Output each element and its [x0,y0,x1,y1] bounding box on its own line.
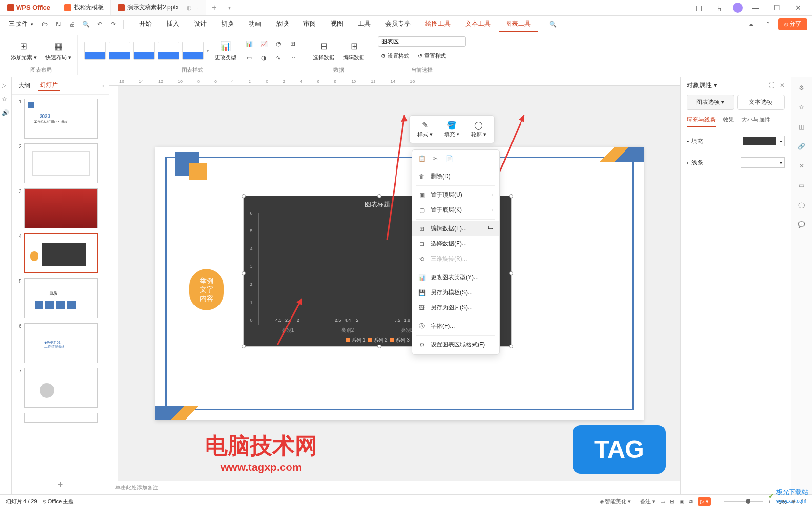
maximize-button[interactable]: ☐ [768,1,786,15]
notes-bar[interactable]: 单击此处添加备注 [109,481,680,494]
tab-slides[interactable]: 幻灯片 [38,80,60,91]
view-presenter-icon[interactable]: ⧉ [689,498,693,505]
file-menu[interactable]: 三 文件▾ [5,18,37,30]
undo-icon[interactable]: ↶ [94,19,105,30]
quick-layout-button[interactable]: ▦ 快速布局 ▾ [42,39,74,63]
redo-icon[interactable]: ↷ [107,19,119,30]
preset-8[interactable]: ⋯ [286,51,300,64]
view-reading-icon[interactable]: ▣ [679,498,684,505]
ctx-delete[interactable]: 🗑删除(D) [412,169,499,184]
reset-style-button[interactable]: ↺ 重置样式 [415,51,449,61]
slide-thumb-7[interactable] [24,368,98,408]
slide-thumb-3[interactable] [24,188,98,228]
fit-icon[interactable]: ⊕ [791,498,796,505]
preset-5[interactable]: ▭ [242,51,256,64]
sound-icon[interactable]: 🔊 [2,109,10,117]
canvas-scroll[interactable]: 举例文字内容 图表标题 6543210 [118,86,680,481]
slide-thumb-8[interactable] [24,413,98,423]
cloud-icon[interactable]: ☁ [745,19,757,30]
tab-add-button[interactable]: + [206,3,222,12]
set-format-button[interactable]: ⚙ 设置格式 [378,51,412,61]
preset-7[interactable]: ∿ [271,51,285,64]
copy-icon[interactable]: 📋 [418,155,426,163]
zoom-slider[interactable] [724,501,763,502]
view-normal-icon[interactable]: ▭ [660,498,665,505]
preset-2[interactable]: 📈 [257,38,271,50]
subtab-size[interactable]: 大小与属性 [741,116,770,127]
ctx-bring-front[interactable]: ▣置于顶层(U)▫ [412,187,499,203]
chart-style-4[interactable] [158,42,179,60]
subtab-effect[interactable]: 效果 [723,116,734,127]
tab-document[interactable]: 演示文稿素材2.pptx ◐ · [111,0,206,15]
ctx-save-image[interactable]: 🖼另存为图片(S)... [412,300,499,315]
tool-link-icon[interactable]: 🔗 [796,141,808,152]
prop-tab-chart[interactable]: 图表选项 ▾ [687,95,734,110]
slideshow-button[interactable]: ▷ ▾ [698,497,711,506]
chart-style-5[interactable] [182,42,204,60]
ctx-change-chart[interactable]: 📊更改图表类型(Y)... [412,270,499,285]
mini-fill-button[interactable]: 🪣填充 ▾ [439,119,464,140]
collapse-ribbon-icon[interactable]: ⌃ [762,19,773,30]
cube-icon[interactable]: ◱ [711,1,729,15]
tab-tools[interactable]: 工具 [351,17,377,32]
chart-style-2[interactable] [109,42,130,60]
cut-icon[interactable]: ✂ [432,155,439,163]
change-type-button[interactable]: 📊 更改类型 [212,39,239,63]
tab-chart-tools[interactable]: 图表工具 [499,17,538,32]
paste-icon[interactable]: 📄 [445,155,453,163]
tab-template[interactable]: 找稻壳模板 [58,0,111,15]
slide-thumb-4[interactable] [24,233,98,273]
tool-book-icon[interactable]: ▭ [796,180,808,191]
avatar[interactable] [733,3,743,13]
print-icon[interactable]: 🖨 [66,19,78,30]
preset-6[interactable]: ◑ [257,51,271,64]
ctx-chart-format[interactable]: ⚙设置图表区域格式(F) [412,337,499,352]
edit-data-button[interactable]: ⊞ 编辑数据 [340,39,368,63]
pin-icon[interactable]: ⛶ [769,82,774,89]
share-button[interactable]: ⎋ 分享 [778,18,807,30]
slide-list[interactable]: 12023工作总结汇报PPT模板 2 3 4 5目录 6◆PART 01工作情况… [12,95,109,475]
add-element-button[interactable]: ⊞ 添加元素 ▾ [8,39,40,63]
chart-style-1[interactable] [84,42,106,60]
line-label[interactable]: ▸ 线条 [687,159,703,167]
fill-color-picker[interactable]: ▾ [741,136,785,146]
tab-close-icon[interactable]: · [197,4,199,11]
tab-outline[interactable]: 大纲 [17,81,32,91]
fill-label[interactable]: ▸ 填充 [687,137,703,145]
zoom-out-icon[interactable]: − [716,499,719,505]
subtab-fill[interactable]: 填充与线条 [687,116,716,127]
styles-more-icon[interactable]: ▾ [207,48,209,54]
tab-drawing-tools[interactable]: 绘图工具 [418,17,458,32]
tool-shape-icon[interactable]: ◫ [796,121,808,133]
zoom-in-icon[interactable]: + [768,499,771,505]
ctx-save-template[interactable]: 💾另存为模板(S)... [412,285,499,300]
slide-thumb-5[interactable]: 目录 [24,278,98,318]
add-slide-button[interactable]: + [12,475,109,494]
slide-thumb-1[interactable]: 2023工作总结汇报PPT模板 [24,99,98,139]
preview-icon[interactable]: 🔍 [80,19,92,30]
tool-settings-icon[interactable]: ⚙ [796,82,808,94]
notes-toggle[interactable]: ≡ 备注 ▾ [636,498,655,505]
tab-animation[interactable]: 动画 [242,17,268,32]
preset-3[interactable]: ◔ [271,38,285,50]
ctx-edit-data[interactable]: ⊞编辑数据(E)...⮡ [412,221,499,236]
ctx-font[interactable]: Ⓐ字体(F)... [412,319,499,334]
tab-vip[interactable]: 会员专享 [378,17,417,32]
tab-slideshow[interactable]: 放映 [269,17,295,32]
tool-star-icon[interactable]: ☆ [796,102,808,113]
tab-transition[interactable]: 切换 [214,17,241,32]
tool-more-icon[interactable]: ⋯ [796,238,808,250]
slide-thumb-2[interactable] [24,143,98,183]
tab-review[interactable]: 审阅 [296,17,323,32]
smart-beautify-button[interactable]: ◈ 智能美化 ▾ [600,498,631,505]
ctx-send-back[interactable]: ▢置于底层(K)▫ [412,203,499,218]
preset-4[interactable]: ⊞ [286,38,300,50]
tab-view[interactable]: 视图 [324,17,350,32]
open-icon[interactable]: 🗁 [39,19,51,30]
close-button[interactable]: ✕ [790,1,807,15]
theme-info[interactable]: ⎋ Office 主题 [43,498,74,505]
save-icon[interactable]: 🖫 [53,19,64,30]
tab-insert[interactable]: 插入 [160,17,186,32]
preset-1[interactable]: 📊 [242,38,256,50]
tool-tune-icon[interactable]: ✕ [796,160,808,172]
